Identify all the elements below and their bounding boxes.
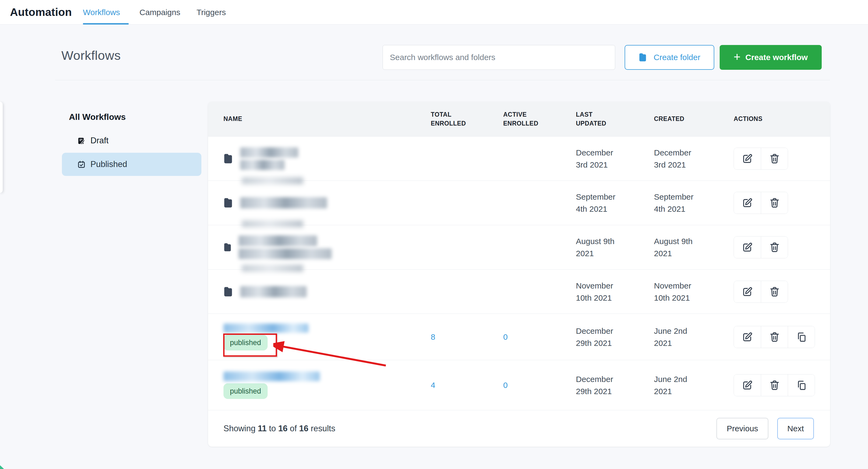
sidebar-item-published[interactable]: Published: [77, 158, 127, 171]
trash-icon: [769, 380, 780, 391]
created-value: November 10th 2021: [654, 280, 699, 304]
folder-icon: [223, 153, 236, 164]
offscreen-panel-edge: [0, 102, 3, 193]
edit-button[interactable]: [734, 236, 761, 258]
trash-icon: [769, 242, 780, 253]
table-footer: Showing 11 to 16 of 16 results Previous …: [208, 410, 830, 447]
total-enrolled-link[interactable]: 8: [431, 332, 435, 341]
next-button[interactable]: Next: [777, 418, 814, 439]
results-total: 16: [299, 424, 308, 433]
created-value: August 9th 2021: [654, 235, 699, 259]
published-status-badge: published: [223, 383, 268, 399]
tab-workflows[interactable]: Workflows: [83, 8, 120, 17]
screen: Automation Workflows Campaigns Triggers …: [0, 0, 868, 469]
created-value: June 2nd 2021: [654, 325, 699, 349]
trash-icon: [769, 331, 780, 343]
folder-name-link[interactable]: [223, 235, 431, 259]
results-from: 11: [258, 424, 267, 433]
copy-icon: [796, 380, 807, 391]
column-header-last-updated: LAST UPDATED: [576, 110, 616, 128]
folder-name-link[interactable]: [223, 286, 431, 297]
redacted-folder-name: [239, 235, 332, 259]
last-updated-value: December 3rd 2021: [576, 147, 621, 171]
copy-icon: [796, 331, 807, 343]
edit-button[interactable]: [734, 281, 761, 302]
results-summary: Showing 11 to 16 of 16 results: [223, 424, 335, 434]
edit-button[interactable]: [734, 375, 761, 396]
edit-icon: [742, 242, 753, 253]
delete-button[interactable]: [761, 326, 788, 348]
workflow-name-link[interactable]: [223, 324, 431, 333]
tab-campaigns[interactable]: Campaigns: [140, 8, 180, 17]
chat-widget-peek: [0, 465, 4, 469]
duplicate-button[interactable]: [788, 326, 815, 348]
plus-icon: +: [734, 51, 741, 63]
row-actions: [734, 374, 815, 396]
redaction-artifact: [242, 221, 303, 227]
redacted-folder-name: [240, 147, 298, 170]
column-header-created: CREATED: [654, 115, 734, 123]
edit-icon: [742, 197, 753, 208]
active-enrolled-link[interactable]: 0: [503, 381, 508, 389]
workflows-table: NAME TOTAL ENROLLED ACTIVE ENROLLED LAST…: [208, 102, 830, 447]
sidebar-heading-all-workflows[interactable]: All Workflows: [69, 112, 126, 122]
row-actions: [734, 236, 788, 258]
folder-icon: [223, 242, 234, 252]
table-row-folder: December 3rd 2021 December 3rd 2021: [208, 136, 830, 180]
delete-button[interactable]: [761, 148, 788, 170]
row-actions: [734, 192, 788, 214]
edit-button[interactable]: [734, 192, 761, 214]
row-actions: [734, 281, 788, 303]
created-value: December 3rd 2021: [654, 147, 699, 171]
row-actions: [734, 326, 815, 348]
last-updated-value: September 4th 2021: [576, 191, 621, 215]
search-input[interactable]: [382, 45, 615, 70]
active-enrolled-link[interactable]: 0: [503, 332, 508, 341]
redaction-artifact: [242, 265, 303, 272]
draft-icon: [77, 137, 86, 145]
folder-name-link[interactable]: [223, 147, 431, 170]
trash-icon: [769, 286, 780, 297]
last-updated-value: November 10th 2021: [576, 280, 621, 304]
delete-button[interactable]: [761, 281, 788, 302]
table-row-folder: November 10th 2021 November 10th 2021: [208, 269, 830, 314]
redaction-artifact: [242, 177, 303, 184]
delete-button[interactable]: [761, 236, 788, 258]
delete-button[interactable]: [761, 192, 788, 214]
table-header-row: NAME TOTAL ENROLLED ACTIVE ENROLLED LAST…: [208, 102, 830, 136]
folder-icon: [639, 53, 649, 62]
edit-button[interactable]: [734, 326, 761, 348]
tab-triggers[interactable]: Triggers: [196, 8, 226, 17]
row-actions: [734, 148, 788, 170]
edit-icon: [742, 331, 753, 343]
delete-button[interactable]: [761, 375, 788, 396]
total-enrolled-link[interactable]: 4: [431, 381, 435, 389]
trash-icon: [769, 197, 780, 208]
last-updated-value: December 29th 2021: [576, 325, 621, 349]
redacted-workflow-name: [223, 324, 309, 333]
previous-button[interactable]: Previous: [716, 418, 768, 439]
create-workflow-button[interactable]: + Create workflow: [720, 45, 822, 70]
last-updated-value: December 29th 2021: [576, 373, 621, 397]
folder-icon: [223, 197, 236, 208]
create-folder-button[interactable]: Create folder: [625, 45, 714, 70]
column-header-name: NAME: [223, 115, 431, 123]
edit-icon: [742, 380, 753, 391]
column-header-actions: ACTIONS: [734, 115, 819, 123]
duplicate-button[interactable]: [788, 375, 815, 396]
trash-icon: [769, 153, 780, 164]
table-row-folder: September 4th 2021 September 4th 2021: [208, 180, 830, 225]
column-header-total-enrolled: TOTAL ENROLLED: [431, 110, 471, 128]
folder-icon: [223, 286, 236, 297]
folder-name-link[interactable]: [223, 197, 431, 208]
sidebar-item-draft[interactable]: Draft: [77, 134, 108, 147]
calendar-check-icon: [77, 160, 86, 169]
top-nav: Automation Workflows Campaigns Triggers: [0, 0, 868, 25]
sidebar-item-label: Draft: [90, 136, 108, 145]
header-divider: [55, 80, 830, 80]
active-tab-underline: [83, 23, 129, 25]
edit-button[interactable]: [734, 148, 761, 170]
column-header-active-enrolled: ACTIVE ENROLLED: [503, 110, 544, 128]
redacted-folder-name: [240, 197, 327, 208]
edit-icon: [742, 286, 753, 297]
